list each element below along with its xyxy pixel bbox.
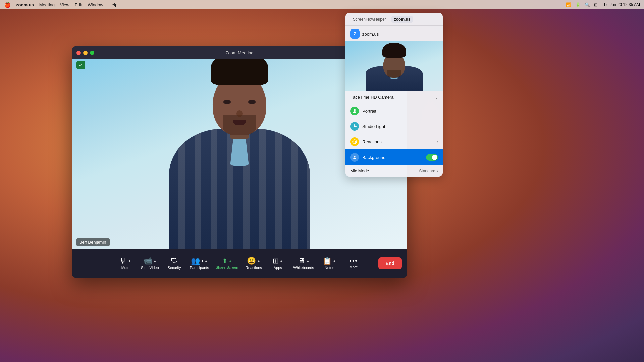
mute-label: Mute (121, 266, 129, 270)
mic-mode-chevron-icon: › (437, 169, 438, 173)
search-icon[interactable]: 🔍 (585, 2, 590, 7)
reactions-icon: 😀 (247, 257, 256, 265)
mic-mode-label: Mic Mode (350, 168, 369, 173)
zoom-logo: Z (350, 29, 360, 39)
camera-selector[interactable]: FaceTime HD Camera ⌄ (345, 91, 443, 103)
zoomus-tab[interactable]: zoom.us (391, 16, 413, 23)
camera-name: FaceTime HD Camera (350, 95, 394, 100)
background-label: Background (362, 155, 385, 160)
portrait-icon (350, 107, 359, 115)
reactions-popup-label: Reactions (362, 139, 382, 144)
whiteboards-chevron: ▲ (306, 259, 310, 263)
app-name: zoom.us (16, 2, 34, 7)
svg-point-0 (354, 109, 356, 111)
whiteboards-icon: 🖥 (298, 257, 305, 265)
toolbar-share-screen[interactable]: ⬆ ▲ Share Screen (213, 256, 241, 272)
menu-meeting[interactable]: Meeting (39, 2, 55, 7)
reactions-menu-item[interactable]: Reactions › (345, 134, 443, 149)
security-label: Security (168, 266, 181, 270)
window-title: Zoom Meeting (225, 50, 253, 55)
background-menu-item[interactable]: Background (345, 149, 443, 165)
mic-mode-value: Standard (419, 169, 435, 173)
window-controls (76, 51, 94, 55)
reactions-chevron-icon: › (437, 139, 438, 144)
video-icon: 📹 (143, 257, 152, 265)
reactions-chevron: ▲ (257, 259, 260, 263)
zoom-brand: Z zoom.us (345, 26, 443, 41)
svg-point-8 (354, 141, 354, 142)
battery-icon: 🔋 (575, 2, 581, 7)
desktop: 🍎 zoom.us Meeting View Edit Window Help … (0, 0, 644, 362)
toolbar-whiteboards[interactable]: 🖥 ▲ Whiteboards (290, 255, 317, 272)
background-icon (350, 153, 359, 162)
notes-label: Notes (325, 266, 334, 270)
notes-icon: 📋 (323, 257, 332, 265)
toolbar-more[interactable]: ••• More (342, 256, 365, 271)
minimize-button[interactable] (83, 51, 88, 55)
more-label: More (350, 265, 358, 269)
camera-chevron-icon: ⌄ (435, 95, 438, 100)
apps-label: Apps (274, 266, 282, 270)
end-button[interactable]: End (378, 257, 402, 269)
popup-panel: ScreenFlowHelper zoom.us Z zoom.us FaceT… (345, 13, 443, 177)
stop-video-label: Stop Video (141, 266, 159, 270)
more-icon: ••• (350, 258, 358, 264)
svg-point-10 (354, 156, 356, 158)
toolbar-stop-video[interactable]: 📹 ▲ Stop Video (138, 255, 162, 272)
control-center-icon[interactable]: ⊞ (594, 2, 598, 7)
menu-window[interactable]: Window (88, 2, 103, 7)
popup-person-hair (382, 43, 406, 58)
studio-light-menu-item[interactable]: Studio Light (345, 119, 443, 134)
studio-light-icon (350, 122, 359, 131)
mute-chevron: ▲ (128, 259, 131, 263)
zoom-brand-name: zoom.us (362, 32, 379, 37)
background-toggle[interactable] (426, 154, 438, 161)
svg-point-2 (354, 125, 356, 127)
security-icon: 🛡 (171, 257, 178, 265)
participants-icon: 👥 (191, 257, 200, 265)
participant-name-label: Jeff Benjamin (76, 238, 110, 246)
reactions-popup-icon (350, 137, 359, 146)
security-badge[interactable]: ✓ (76, 61, 85, 69)
toolbar-notes[interactable]: 📋 ▲ Notes (318, 255, 341, 272)
toggle-knob (432, 155, 437, 160)
participants-chevron: ▲ (204, 259, 208, 263)
whiteboards-label: Whiteboards (293, 266, 314, 270)
menubar: 🍎 zoom.us Meeting View Edit Window Help … (0, 0, 644, 9)
share-screen-chevron: ▲ (229, 259, 232, 263)
toolbar-security[interactable]: 🛡 Security (163, 255, 186, 272)
menu-view[interactable]: View (60, 2, 69, 7)
popup-video-preview (345, 41, 443, 91)
apple-menu[interactable]: 🍎 (4, 2, 11, 8)
clock: Thu Jun 20 12:35 AM (602, 2, 640, 7)
participants-label: Participants (190, 266, 209, 270)
toolbar-apps[interactable]: ⊞ ▲ Apps (266, 255, 289, 272)
notes-chevron: ▲ (333, 259, 336, 263)
menu-edit[interactable]: Edit (75, 2, 82, 7)
popup-tabs: ScreenFlowHelper zoom.us (345, 13, 443, 26)
toolbar-participants[interactable]: 👥 1 ▲ Participants (187, 255, 212, 272)
apps-icon: ⊞ (273, 257, 279, 265)
portrait-label: Portrait (362, 109, 376, 114)
apps-chevron: ▲ (280, 259, 283, 263)
svg-point-1 (353, 111, 356, 113)
screenflow-tab[interactable]: ScreenFlowHelper (350, 16, 389, 23)
svg-point-9 (355, 141, 356, 142)
toolbar-mute[interactable]: 🎙 ▲ Mute (114, 255, 137, 272)
share-screen-icon: ⬆ (222, 258, 228, 264)
toolbar-reactions[interactable]: 😀 ▲ Reactions (242, 255, 265, 272)
close-button[interactable] (76, 51, 81, 55)
mic-mode-row[interactable]: Mic Mode Standard › (345, 165, 443, 177)
reactions-label: Reactions (246, 266, 262, 270)
mute-icon: 🎙 (119, 257, 127, 265)
studio-light-label: Studio Light (362, 124, 385, 129)
toolbar: 🎙 ▲ Mute 📹 ▲ Stop Video 🛡 Security (72, 249, 407, 278)
menu-help[interactable]: Help (109, 2, 118, 7)
maximize-button[interactable] (90, 51, 94, 55)
wifi-icon: 📶 (566, 2, 571, 7)
share-screen-label: Share Screen (216, 265, 238, 269)
video-chevron: ▲ (153, 259, 157, 263)
portrait-menu-item[interactable]: Portrait (345, 103, 443, 119)
